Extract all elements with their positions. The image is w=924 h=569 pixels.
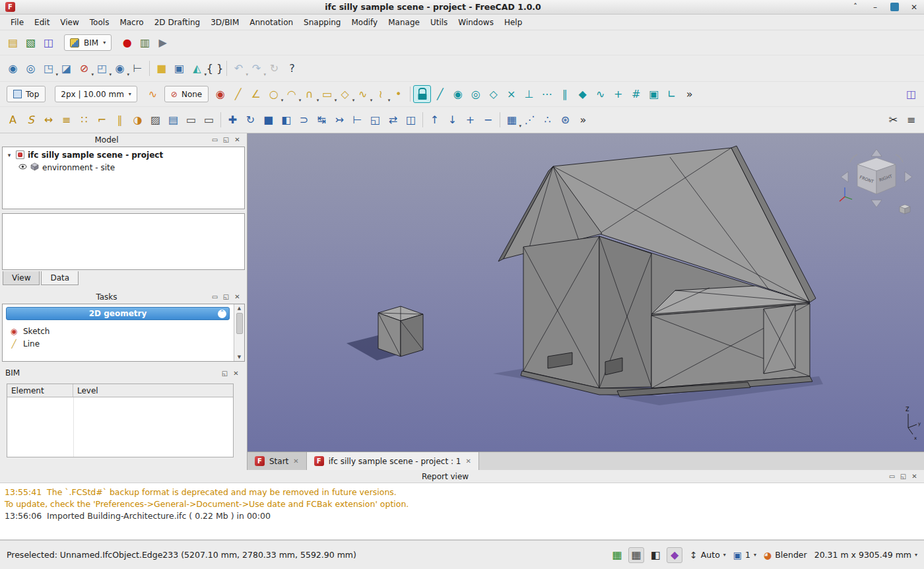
close-panel-icon[interactable]: ✕ bbox=[232, 136, 243, 143]
point-icon[interactable]: • bbox=[389, 85, 407, 103]
circle-icon[interactable]: ○ bbox=[265, 85, 282, 103]
float-panel-icon[interactable]: ◱ bbox=[220, 136, 232, 143]
line-icon[interactable]: ╱ bbox=[229, 85, 247, 103]
group-icon[interactable]: ▣ bbox=[170, 59, 188, 77]
menu-item[interactable]: Edit bbox=[29, 16, 55, 29]
open-document-icon[interactable]: ▧ bbox=[22, 34, 40, 51]
path-array-icon[interactable]: ⋰ bbox=[521, 111, 539, 129]
part-box-icon[interactable]: ■ bbox=[152, 59, 170, 77]
trimex-icon[interactable]: ↹ bbox=[313, 111, 331, 129]
text-frame-icon[interactable]: ▭ bbox=[182, 111, 200, 129]
scrollbar-thumb[interactable] bbox=[236, 313, 243, 334]
tab-close-icon[interactable] bbox=[465, 457, 471, 465]
leader-line-icon[interactable]: ▭ bbox=[200, 111, 218, 129]
panel-tab[interactable]: View bbox=[3, 271, 40, 285]
tree-row-site[interactable]: environment - site bbox=[3, 161, 244, 174]
minimize-window-icon[interactable]: – bbox=[871, 3, 880, 12]
tree-row-document[interactable]: ▾ ifc silly sample scene - project bbox=[3, 149, 244, 161]
polar-array-icon[interactable]: ⊛ bbox=[556, 111, 574, 129]
float-panel-icon[interactable]: ◱ bbox=[220, 293, 232, 300]
snap-endpoint-icon[interactable]: ╱ bbox=[431, 85, 449, 103]
snap-angle-icon[interactable]: ◇ bbox=[484, 85, 502, 103]
menu-item[interactable]: Macro bbox=[114, 16, 148, 29]
toolbar-overflow-icon[interactable]: » bbox=[680, 85, 698, 103]
facebinder-icon[interactable]: ◑ bbox=[129, 111, 147, 129]
house-model[interactable] bbox=[493, 146, 823, 405]
measure-icon[interactable]: ⊢ bbox=[129, 59, 147, 77]
offset-icon[interactable]: ⊃ bbox=[295, 111, 313, 129]
view-tools-icon[interactable]: ◰ bbox=[93, 59, 111, 77]
cut-plane-icon[interactable]: ◧ bbox=[277, 111, 295, 129]
fit-all-icon[interactable]: ◉ bbox=[4, 59, 22, 77]
move-icon[interactable]: ✚ bbox=[224, 111, 242, 129]
make-link-icon[interactable]: ◭ bbox=[188, 59, 206, 77]
working-plane-selector[interactable]: ↕ Auto ▾ bbox=[690, 550, 726, 560]
document-tab[interactable]: ifc silly sample scene - project : 1 bbox=[307, 452, 479, 470]
close-panel-icon[interactable]: ✕ bbox=[230, 370, 242, 377]
sketch-icon[interactable]: ◉ bbox=[211, 85, 229, 103]
draw-style-status-icon[interactable]: ◧ bbox=[647, 547, 663, 563]
panel-tab[interactable]: Data bbox=[41, 271, 79, 285]
snap-near-icon[interactable]: ∿ bbox=[591, 85, 609, 103]
execute-macro-icon[interactable]: ▶ bbox=[154, 34, 172, 51]
redo-icon[interactable]: ↷ bbox=[248, 59, 265, 77]
tab-close-icon[interactable] bbox=[293, 457, 298, 465]
new-document-icon[interactable]: ▤ bbox=[4, 34, 22, 51]
draft-to-sketch-icon[interactable]: ⇄ bbox=[384, 111, 402, 129]
bezier-icon[interactable]: ≀ bbox=[372, 85, 389, 103]
snap-intersection-icon[interactable]: × bbox=[502, 85, 520, 103]
rectangle-icon[interactable]: ▭ bbox=[318, 85, 336, 103]
downgrade-icon[interactable]: ↓ bbox=[444, 111, 461, 129]
snap-grid-icon[interactable]: # bbox=[627, 85, 645, 103]
snap-dimensions-icon[interactable]: ∟ bbox=[663, 85, 680, 103]
menu-item[interactable]: Utils bbox=[425, 16, 453, 29]
shade-window-icon[interactable]: ˆ bbox=[851, 3, 860, 12]
navigation-style-selector[interactable]: ◕ Blender bbox=[764, 550, 807, 560]
layer-selector[interactable]: ▣ 1 ▾ bbox=[733, 550, 756, 560]
macros-dialog-icon[interactable]: ▥ bbox=[136, 34, 154, 51]
fit-selection-icon[interactable]: ◎ bbox=[22, 59, 40, 77]
polyline-icon[interactable]: ∠ bbox=[247, 85, 265, 103]
visibility-eye-icon[interactable] bbox=[18, 162, 27, 173]
menu-item[interactable]: Help bbox=[499, 16, 527, 29]
refresh-icon[interactable]: ↻ bbox=[265, 59, 283, 77]
snap-extension-icon[interactable]: ⋯ bbox=[538, 85, 556, 103]
snap-special-icon[interactable]: ◆ bbox=[574, 85, 591, 103]
viewport-canvas[interactable]: FRONT RIGHT bbox=[248, 133, 924, 452]
axis-icon[interactable]: ≡ bbox=[57, 111, 75, 129]
edit-icon[interactable]: ✂ bbox=[884, 111, 902, 129]
bim-views-icon[interactable]: ◆ bbox=[667, 547, 682, 563]
navigation-cube[interactable]: FRONT RIGHT bbox=[840, 149, 912, 214]
toggle-grid-icon[interactable]: ▦ bbox=[628, 547, 644, 563]
close-window-icon[interactable]: ✕ bbox=[909, 3, 919, 12]
axis-system-icon[interactable]: ∷ bbox=[75, 111, 93, 129]
float-panel-icon[interactable]: ◱ bbox=[898, 473, 909, 480]
autogroup-button[interactable]: ⊘ None bbox=[164, 86, 209, 102]
point-array-icon[interactable]: ∴ bbox=[539, 111, 556, 129]
undo-icon[interactable]: ↶ bbox=[230, 59, 248, 77]
menu-item[interactable]: File bbox=[5, 16, 29, 29]
snap-working-plane-icon[interactable]: ▣ bbox=[645, 85, 663, 103]
menu-item[interactable]: 2D Drafting bbox=[149, 16, 206, 29]
arc-icon[interactable]: ◠ bbox=[282, 85, 300, 103]
rotate-icon[interactable]: ↻ bbox=[242, 111, 259, 129]
snap-ortho-icon[interactable]: + bbox=[609, 85, 627, 103]
task-item[interactable]: ╱ Line bbox=[5, 337, 231, 350]
join-icon[interactable]: ↣ bbox=[331, 111, 348, 129]
column-header-element[interactable]: Element bbox=[7, 384, 73, 397]
report-view-log[interactable]: 13:55:41 The `.FCStd#` backup format is … bbox=[0, 483, 924, 539]
record-macro-icon[interactable]: ● bbox=[118, 34, 136, 51]
scroll-up-icon[interactable]: ▲ bbox=[238, 305, 241, 312]
line-width-selector[interactable]: 2px | 10.00 mm ▾ bbox=[55, 86, 137, 102]
add-component-icon[interactable]: + bbox=[461, 111, 479, 129]
bspline-icon[interactable]: ∿ bbox=[354, 85, 372, 103]
shapestring-icon[interactable]: S bbox=[22, 111, 40, 129]
snap-perpendicular-icon[interactable]: ⊥ bbox=[520, 85, 538, 103]
clone-icon[interactable]: ◫ bbox=[402, 111, 420, 129]
snap-center-icon[interactable]: ◎ bbox=[467, 85, 484, 103]
menu-item[interactable]: 3D/BIM bbox=[205, 16, 244, 29]
draw-style-icon[interactable]: ⊘ bbox=[75, 59, 93, 77]
upgrade-icon[interactable]: ↑ bbox=[426, 111, 444, 129]
toggle-snap-icon[interactable]: ▦ bbox=[609, 547, 625, 563]
whats-this-icon[interactable]: ? bbox=[283, 59, 301, 77]
